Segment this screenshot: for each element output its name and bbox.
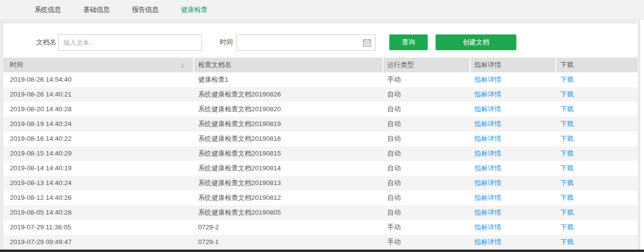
cell-run-type: 自动	[383, 87, 471, 102]
cell-time: 2019-08-26 14:54:40	[3, 72, 194, 87]
detail-link[interactable]: 指标详情	[475, 150, 501, 157]
cell-time: 2019-08-16 14:40:22	[3, 131, 194, 146]
vertical-scrollbar[interactable]	[640, 20, 644, 252]
table-body: 2019-08-26 14:54:40 健康检查1 手动 指标详情 下载 201…	[3, 72, 638, 250]
tab-3[interactable]: 健康检查	[181, 0, 207, 20]
table-row: 2019-08-26 14:40:21 系统健康检查文档20190826 自动 …	[3, 87, 638, 102]
cell-doc-name: 系统健康检查文档20190812	[194, 190, 383, 205]
cell-doc-name: 系统健康检查文档20190805	[194, 205, 383, 220]
download-link[interactable]: 下载	[560, 238, 574, 246]
detail-link[interactable]: 指标详情	[475, 76, 501, 83]
cell-time: 2019-08-13 14:40:24	[3, 176, 194, 190]
detail-link[interactable]: 指标详情	[475, 135, 501, 142]
cell-time: 2019-08-14 14:40:19	[3, 161, 194, 176]
cell-time: 2019-08-12 14:40:26	[3, 190, 194, 205]
cell-run-type: 自动	[383, 176, 471, 190]
doc-name-label: 文档名	[34, 34, 56, 50]
cell-run-type: 自动	[383, 102, 471, 117]
cell-run-type: 自动	[383, 117, 471, 131]
download-link[interactable]: 下载	[560, 135, 574, 142]
calendar-icon[interactable]	[363, 38, 372, 47]
cell-doc-name: 健康检查1	[194, 72, 383, 87]
download-link[interactable]: 下载	[560, 120, 574, 127]
time-label: 时间	[218, 34, 233, 50]
cell-run-type: 自动	[383, 146, 471, 161]
download-link[interactable]: 下载	[560, 164, 574, 172]
table-row: 2019-07-29 11:36:05 0729-2 手动 指标详情 下载	[3, 220, 638, 235]
cell-doc-name: 系统健康检查文档20190820	[194, 102, 383, 117]
cell-run-type: 自动	[383, 190, 471, 205]
cell-run-type: 自动	[383, 131, 471, 146]
download-link[interactable]: 下载	[560, 76, 574, 83]
cell-doc-name: 0729-1	[194, 235, 383, 250]
table-row: 2019-08-14 14:40:19 系统健康检查文档20190814 自动 …	[3, 161, 638, 176]
cell-time: 2019-08-19 14:40:24	[3, 117, 194, 131]
tab-bar: 系统信息基础信息报告信息健康检查	[0, 0, 644, 20]
cell-doc-name: 系统健康检查文档20190819	[194, 117, 383, 131]
cell-doc-name: 系统健康检查文档20190826	[194, 87, 383, 102]
cell-run-type: 手动	[383, 220, 471, 235]
cell-doc-name: 系统健康检查文档20190815	[194, 146, 383, 161]
detail-link[interactable]: 指标详情	[475, 105, 501, 113]
table-row: 2019-08-26 14:54:40 健康检查1 手动 指标详情 下载	[3, 72, 638, 87]
create-document-button[interactable]: 创建文档	[436, 34, 516, 50]
cell-run-type: 自动	[383, 205, 471, 220]
bottom-edge-strip	[0, 250, 644, 252]
tab-1[interactable]: 基础信息	[83, 0, 110, 20]
tab-0[interactable]: 系统信息	[34, 0, 61, 20]
detail-link[interactable]: 指标详情	[475, 238, 501, 246]
cell-run-type: 自动	[383, 161, 471, 176]
column-header-time[interactable]: 时间 ↓	[3, 58, 194, 72]
cell-run-type: 手动	[383, 72, 471, 87]
table-row: 2019-08-16 14:40:22 系统健康检查文档20190816 自动 …	[3, 131, 638, 146]
detail-link[interactable]: 指标详情	[475, 209, 501, 216]
download-link[interactable]: 下载	[560, 150, 574, 157]
download-link[interactable]: 下载	[560, 194, 574, 201]
table-row: 2019-08-12 14:40:26 系统健康检查文档20190812 自动 …	[3, 190, 638, 205]
time-input[interactable]	[237, 34, 375, 51]
table-row: 2019-08-15 14:40:29 系统健康检查文档20190815 自动 …	[3, 146, 638, 161]
health-check-table: 时间 ↓ 检查文档名 运行类型 指标详情 下载 2019-08-26 14:54…	[3, 58, 638, 250]
detail-link[interactable]: 指标详情	[475, 179, 501, 187]
cell-time: 2019-08-20 14:40:28	[3, 102, 194, 117]
cell-time: 2019-08-26 14:40:21	[3, 87, 194, 102]
column-header-doc-name: 检查文档名	[194, 58, 383, 72]
cell-time: 2019-08-15 14:40:29	[3, 146, 194, 161]
cell-time: 2019-07-29 11:36:05	[3, 220, 194, 235]
download-link[interactable]: 下载	[560, 179, 574, 187]
table-row: 2019-08-13 14:40:24 系统健康检查文档20190813 自动 …	[3, 176, 638, 190]
detail-link[interactable]: 指标详情	[475, 223, 501, 231]
table-row: 2019-08-20 14:40:28 系统健康检查文档20190820 自动 …	[3, 102, 638, 117]
detail-link[interactable]: 指标详情	[475, 120, 501, 127]
column-header-detail: 指标详情	[471, 58, 556, 72]
cell-time: 2019-07-29 09:49:47	[3, 235, 194, 250]
cell-time: 2019-08-05 14:40:28	[3, 205, 194, 220]
cell-doc-name: 系统健康检查文档20190813	[194, 176, 383, 190]
table-header: 时间 ↓ 检查文档名 运行类型 指标详情 下载	[3, 58, 638, 72]
table-row: 2019-08-05 14:40:28 系统健康检查文档20190805 自动 …	[3, 205, 638, 220]
detail-link[interactable]: 指标详情	[475, 91, 501, 98]
column-header-download: 下载	[556, 58, 638, 72]
table-row: 2019-08-19 14:40:24 系统健康检查文档20190819 自动 …	[3, 117, 638, 131]
content-panel: 文档名 时间 查询 创建文档 时间 ↓ 检查文档名 运行类型 指标详情 下载	[3, 24, 638, 250]
cell-doc-name: 系统健康检查文档20190816	[194, 131, 383, 146]
doc-name-input[interactable]	[58, 34, 202, 51]
sort-desc-icon[interactable]: ↓	[181, 58, 185, 72]
query-button[interactable]: 查询	[389, 34, 428, 50]
column-header-run-type: 运行类型	[383, 58, 471, 72]
tab-2[interactable]: 报告信息	[132, 0, 159, 20]
cell-doc-name: 系统健康检查文档20190814	[194, 161, 383, 176]
cell-doc-name: 0729-2	[194, 220, 383, 235]
download-link[interactable]: 下载	[560, 223, 574, 231]
table-row: 2019-07-29 09:49:47 0729-1 手动 指标详情 下载	[3, 235, 638, 250]
cell-run-type: 手动	[383, 235, 471, 250]
detail-link[interactable]: 指标详情	[475, 164, 501, 172]
detail-link[interactable]: 指标详情	[475, 194, 501, 201]
download-link[interactable]: 下载	[560, 105, 574, 113]
download-link[interactable]: 下载	[560, 91, 574, 98]
download-link[interactable]: 下载	[560, 209, 574, 216]
